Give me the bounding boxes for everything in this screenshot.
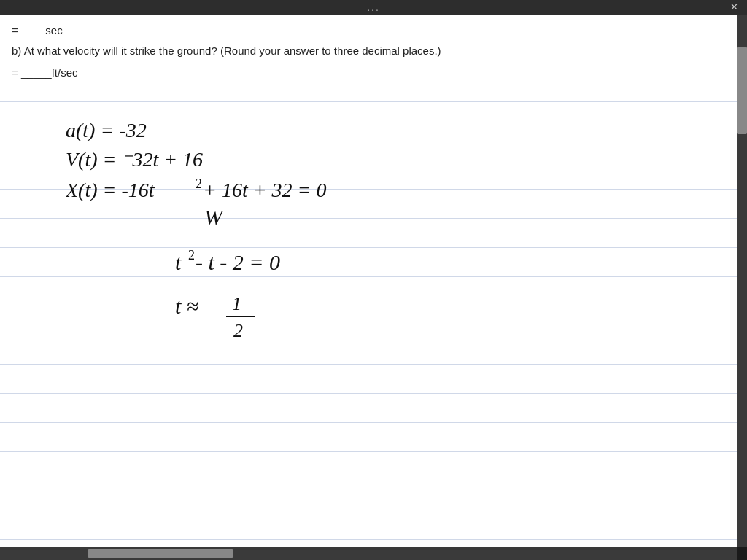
svg-text:a(t) = -32: a(t) = -32 [66, 119, 147, 141]
question-section: = ____sec b) At what velocity will it st… [0, 15, 737, 93]
svg-text:1: 1 [232, 293, 241, 314]
svg-text:X(t) = -16t: X(t) = -16t [66, 179, 155, 201]
close-button[interactable]: ✕ [727, 1, 741, 12]
math-svg: a(t) = -32 V(t) = ⁻32t + 16 X(t) = -16t … [66, 102, 576, 408]
paper-area: = ____sec b) At what velocity will it st… [0, 15, 737, 547]
question-line-2: b) At what velocity will it strike the g… [12, 41, 725, 61]
svg-text:t: t [175, 250, 182, 274]
scrollbar-track [737, 15, 747, 547]
question-line-1: = ____sec [12, 20, 725, 41]
svg-text:t ≈: t ≈ [175, 294, 198, 318]
top-bar: ... ✕ [0, 0, 747, 15]
svg-text:V(t) = ⁻32t + 16: V(t) = ⁻32t + 16 [66, 148, 203, 171]
scrollbar-thumb[interactable] [737, 47, 747, 134]
svg-text:W: W [204, 205, 225, 229]
main-content: = ____sec b) At what velocity will it st… [0, 15, 737, 547]
svg-text:2: 2 [233, 320, 243, 341]
bottom-scrollbar-track [0, 547, 737, 560]
bottom-scrollbar-thumb[interactable] [88, 549, 233, 558]
svg-text:2: 2 [196, 176, 202, 191]
question-line-3: = _____ft/sec [12, 61, 725, 85]
math-content: a(t) = -32 V(t) = ⁻32t + 16 X(t) = -16t … [66, 102, 737, 411]
svg-text:+ 16t + 32  = 0: + 16t + 32 = 0 [203, 179, 326, 201]
svg-text:2: 2 [188, 248, 195, 262]
top-bar-dots: ... [367, 1, 380, 13]
svg-text:- t - 2  = 0: - t - 2 = 0 [196, 250, 280, 274]
